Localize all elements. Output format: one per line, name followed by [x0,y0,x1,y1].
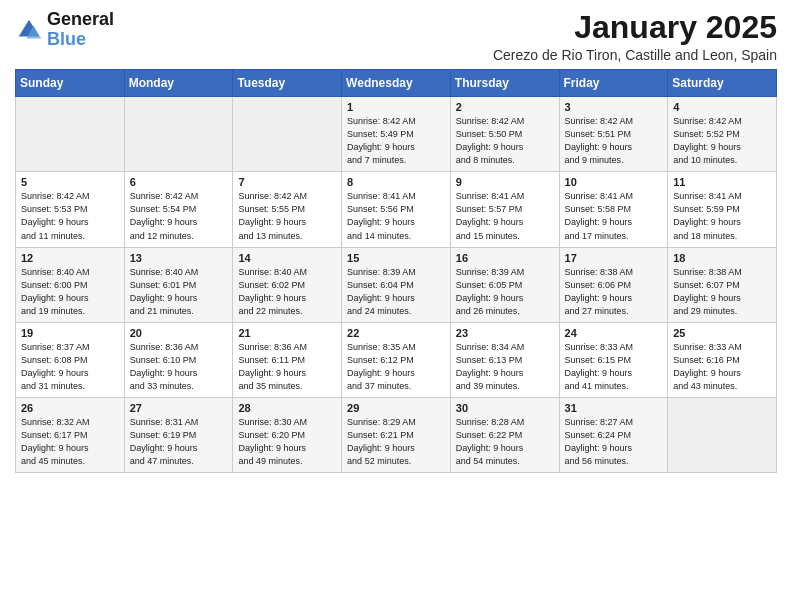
day-info: Sunrise: 8:38 AM Sunset: 6:06 PM Dayligh… [565,266,663,318]
logo-icon [15,16,43,44]
calendar-cell: 24Sunrise: 8:33 AM Sunset: 6:15 PM Dayli… [559,322,668,397]
day-number: 19 [21,327,119,339]
day-info: Sunrise: 8:36 AM Sunset: 6:11 PM Dayligh… [238,341,336,393]
day-info: Sunrise: 8:39 AM Sunset: 6:04 PM Dayligh… [347,266,445,318]
day-info: Sunrise: 8:32 AM Sunset: 6:17 PM Dayligh… [21,416,119,468]
calendar-week-2: 5Sunrise: 8:42 AM Sunset: 5:53 PM Daylig… [16,172,777,247]
day-number: 8 [347,176,445,188]
calendar-cell: 16Sunrise: 8:39 AM Sunset: 6:05 PM Dayli… [450,247,559,322]
day-info: Sunrise: 8:33 AM Sunset: 6:15 PM Dayligh… [565,341,663,393]
calendar-cell: 27Sunrise: 8:31 AM Sunset: 6:19 PM Dayli… [124,397,233,472]
day-info: Sunrise: 8:34 AM Sunset: 6:13 PM Dayligh… [456,341,554,393]
day-info: Sunrise: 8:42 AM Sunset: 5:54 PM Dayligh… [130,190,228,242]
calendar-cell: 11Sunrise: 8:41 AM Sunset: 5:59 PM Dayli… [668,172,777,247]
day-number: 4 [673,101,771,113]
day-number: 23 [456,327,554,339]
calendar-cell: 29Sunrise: 8:29 AM Sunset: 6:21 PM Dayli… [342,397,451,472]
calendar-subtitle: Cerezo de Rio Tiron, Castille and Leon, … [493,47,777,63]
calendar-cell: 21Sunrise: 8:36 AM Sunset: 6:11 PM Dayli… [233,322,342,397]
calendar-cell: 25Sunrise: 8:33 AM Sunset: 6:16 PM Dayli… [668,322,777,397]
day-number: 17 [565,252,663,264]
calendar-cell: 28Sunrise: 8:30 AM Sunset: 6:20 PM Dayli… [233,397,342,472]
day-info: Sunrise: 8:41 AM Sunset: 5:58 PM Dayligh… [565,190,663,242]
day-number: 29 [347,402,445,414]
calendar-cell: 1Sunrise: 8:42 AM Sunset: 5:49 PM Daylig… [342,97,451,172]
weekday-header-row: SundayMondayTuesdayWednesdayThursdayFrid… [16,70,777,97]
day-number: 11 [673,176,771,188]
day-number: 25 [673,327,771,339]
day-number: 20 [130,327,228,339]
calendar-cell [233,97,342,172]
calendar-cell: 19Sunrise: 8:37 AM Sunset: 6:08 PM Dayli… [16,322,125,397]
weekday-header-thursday: Thursday [450,70,559,97]
calendar-cell [668,397,777,472]
calendar-cell: 6Sunrise: 8:42 AM Sunset: 5:54 PM Daylig… [124,172,233,247]
day-info: Sunrise: 8:42 AM Sunset: 5:52 PM Dayligh… [673,115,771,167]
day-number: 10 [565,176,663,188]
calendar-cell: 2Sunrise: 8:42 AM Sunset: 5:50 PM Daylig… [450,97,559,172]
calendar-cell: 9Sunrise: 8:41 AM Sunset: 5:57 PM Daylig… [450,172,559,247]
day-number: 9 [456,176,554,188]
weekday-header-monday: Monday [124,70,233,97]
calendar-cell: 22Sunrise: 8:35 AM Sunset: 6:12 PM Dayli… [342,322,451,397]
day-number: 14 [238,252,336,264]
weekday-header-saturday: Saturday [668,70,777,97]
day-info: Sunrise: 8:28 AM Sunset: 6:22 PM Dayligh… [456,416,554,468]
day-number: 3 [565,101,663,113]
day-number: 7 [238,176,336,188]
day-number: 31 [565,402,663,414]
logo: GeneralBlue [15,10,114,50]
calendar-cell: 3Sunrise: 8:42 AM Sunset: 5:51 PM Daylig… [559,97,668,172]
day-info: Sunrise: 8:39 AM Sunset: 6:05 PM Dayligh… [456,266,554,318]
calendar-cell: 12Sunrise: 8:40 AM Sunset: 6:00 PM Dayli… [16,247,125,322]
day-number: 12 [21,252,119,264]
day-info: Sunrise: 8:36 AM Sunset: 6:10 PM Dayligh… [130,341,228,393]
page-header: GeneralBlue January 2025 Cerezo de Rio T… [15,10,777,63]
calendar-cell: 8Sunrise: 8:41 AM Sunset: 5:56 PM Daylig… [342,172,451,247]
day-info: Sunrise: 8:42 AM Sunset: 5:53 PM Dayligh… [21,190,119,242]
calendar-cell: 5Sunrise: 8:42 AM Sunset: 5:53 PM Daylig… [16,172,125,247]
day-info: Sunrise: 8:42 AM Sunset: 5:51 PM Dayligh… [565,115,663,167]
day-info: Sunrise: 8:30 AM Sunset: 6:20 PM Dayligh… [238,416,336,468]
day-info: Sunrise: 8:37 AM Sunset: 6:08 PM Dayligh… [21,341,119,393]
day-number: 16 [456,252,554,264]
day-number: 18 [673,252,771,264]
calendar-cell: 17Sunrise: 8:38 AM Sunset: 6:06 PM Dayli… [559,247,668,322]
day-number: 1 [347,101,445,113]
day-info: Sunrise: 8:41 AM Sunset: 5:56 PM Dayligh… [347,190,445,242]
calendar-cell: 13Sunrise: 8:40 AM Sunset: 6:01 PM Dayli… [124,247,233,322]
weekday-header-sunday: Sunday [16,70,125,97]
day-number: 28 [238,402,336,414]
calendar-table: SundayMondayTuesdayWednesdayThursdayFrid… [15,69,777,473]
day-number: 27 [130,402,228,414]
calendar-week-1: 1Sunrise: 8:42 AM Sunset: 5:49 PM Daylig… [16,97,777,172]
calendar-cell: 15Sunrise: 8:39 AM Sunset: 6:04 PM Dayli… [342,247,451,322]
day-info: Sunrise: 8:38 AM Sunset: 6:07 PM Dayligh… [673,266,771,318]
day-info: Sunrise: 8:40 AM Sunset: 6:02 PM Dayligh… [238,266,336,318]
calendar-cell [16,97,125,172]
calendar-cell: 30Sunrise: 8:28 AM Sunset: 6:22 PM Dayli… [450,397,559,472]
weekday-header-friday: Friday [559,70,668,97]
weekday-header-tuesday: Tuesday [233,70,342,97]
day-number: 21 [238,327,336,339]
day-info: Sunrise: 8:31 AM Sunset: 6:19 PM Dayligh… [130,416,228,468]
calendar-cell: 23Sunrise: 8:34 AM Sunset: 6:13 PM Dayli… [450,322,559,397]
day-number: 24 [565,327,663,339]
calendar-week-4: 19Sunrise: 8:37 AM Sunset: 6:08 PM Dayli… [16,322,777,397]
day-info: Sunrise: 8:40 AM Sunset: 6:00 PM Dayligh… [21,266,119,318]
day-info: Sunrise: 8:35 AM Sunset: 6:12 PM Dayligh… [347,341,445,393]
calendar-cell: 10Sunrise: 8:41 AM Sunset: 5:58 PM Dayli… [559,172,668,247]
calendar-cell: 20Sunrise: 8:36 AM Sunset: 6:10 PM Dayli… [124,322,233,397]
calendar-cell: 26Sunrise: 8:32 AM Sunset: 6:17 PM Dayli… [16,397,125,472]
logo-text: GeneralBlue [47,10,114,50]
calendar-week-5: 26Sunrise: 8:32 AM Sunset: 6:17 PM Dayli… [16,397,777,472]
day-number: 22 [347,327,445,339]
day-info: Sunrise: 8:29 AM Sunset: 6:21 PM Dayligh… [347,416,445,468]
calendar-cell: 14Sunrise: 8:40 AM Sunset: 6:02 PM Dayli… [233,247,342,322]
calendar-cell: 7Sunrise: 8:42 AM Sunset: 5:55 PM Daylig… [233,172,342,247]
day-number: 5 [21,176,119,188]
calendar-week-3: 12Sunrise: 8:40 AM Sunset: 6:00 PM Dayli… [16,247,777,322]
calendar-title: January 2025 [493,10,777,45]
day-number: 15 [347,252,445,264]
title-section: January 2025 Cerezo de Rio Tiron, Castil… [493,10,777,63]
